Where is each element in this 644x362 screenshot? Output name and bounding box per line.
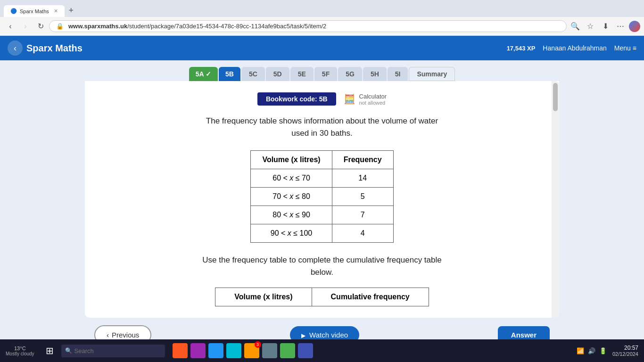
app-icon-2[interactable] (190, 343, 206, 358)
header-right: 17,543 XP Hanaan Abdulrahman Menu ≡ (507, 44, 636, 52)
star-icon[interactable]: ☆ (584, 20, 597, 33)
sparx-header: ‹ Sparx Maths 17,543 XP Hanaan Abdulrahm… (0, 36, 644, 60)
table-row: 60 < x ≤ 70 14 (251, 169, 393, 188)
tab-summary[interactable]: Summary (409, 67, 455, 81)
table-row: 70 < x ≤ 80 5 (251, 188, 393, 206)
taskbar-search-icon: 🔍 (65, 347, 72, 354)
calculator-icon: 🧮 (344, 93, 355, 105)
cum-col1-header: Volume (x litres) (215, 288, 312, 306)
back-button[interactable]: ‹ (4, 20, 17, 33)
freq-2: 5 (332, 188, 393, 206)
sparx-logo: Sparx Maths (26, 43, 507, 54)
instruction-text: Use the frequency table to complete the … (104, 254, 540, 278)
tab-5C[interactable]: 5C (241, 67, 265, 81)
app-icon-5[interactable]: 3 (244, 343, 259, 358)
calculator-not-allowed: not allowed (359, 100, 387, 106)
forward-button[interactable]: › (19, 20, 32, 33)
taskbar-left: 13°C Mostly cloudy ⊞ 🔍 3 (6, 343, 313, 358)
app-icon-6[interactable] (262, 343, 277, 358)
freq-4: 4 (332, 224, 393, 243)
chevron-left-icon (107, 331, 109, 339)
instruction-line2: below. (104, 266, 540, 279)
url-path: /student/package/7a03de15-4534-478c-89cc… (127, 23, 326, 30)
previous-label: Previous (112, 331, 139, 339)
xp-display: 17,543 XP (507, 45, 536, 52)
tab-5G[interactable]: 5G (338, 67, 362, 81)
battery-icon: 🔋 (599, 347, 607, 354)
app-icon-7[interactable] (280, 343, 295, 358)
taskbar-right: 📶 🔊 🔋 20:57 02/12/2024 (577, 345, 638, 357)
windows-button[interactable]: ⊞ (42, 343, 58, 358)
calculator-text: Calculator not allowed (359, 93, 387, 106)
freq-col2-header: Frequency (332, 151, 393, 169)
cumulative-table: Volume (x litres) Cumulative frequency (215, 288, 429, 306)
tab-5D[interactable]: 5D (266, 67, 289, 81)
cum-col2-header: Cumulative frequency (312, 288, 429, 306)
table-row: 80 < x ≤ 90 7 (251, 206, 393, 224)
question-text: The frequency table shows information ab… (104, 115, 540, 139)
taskbar-app-icons: 3 (173, 343, 313, 358)
url-domain: www.sparxmaths.uk (68, 23, 127, 30)
taskbar-search-container[interactable]: 🔍 (61, 345, 165, 357)
question-line1: The frequency table shows information ab… (104, 115, 540, 127)
play-icon (301, 331, 305, 339)
notification-badge: 3 (255, 341, 261, 348)
url-display: www.sparxmaths.uk/student/package/7a03de… (68, 23, 326, 30)
freq-col1-header: Volume (x litres) (251, 151, 332, 169)
hamburger-icon: ≡ (633, 44, 636, 52)
range-4: 90 < x ≤ 100 (251, 224, 332, 243)
tab-5A[interactable]: 5A ✓ (189, 67, 218, 81)
frequency-table: Volume (x litres) Frequency 60 < x ≤ 70 … (250, 150, 393, 243)
weather-widget: 13°C Mostly cloudy (6, 346, 34, 356)
clock-display: 20:57 02/12/2024 (612, 345, 638, 357)
app-icon-3[interactable] (208, 343, 223, 358)
system-tray-icons: 📶 🔊 🔋 (577, 347, 607, 354)
taskbar: 13°C Mostly cloudy ⊞ 🔍 3 📶 🔊 🔋 (0, 339, 644, 362)
weather-condition: Mostly cloudy (6, 351, 34, 356)
new-tab-button[interactable]: + (65, 4, 78, 17)
address-bar[interactable]: 🔒 www.sparxmaths.uk/student/package/7a03… (49, 20, 567, 32)
app-icon-8[interactable] (298, 343, 313, 358)
range-2: 70 < x ≤ 80 (251, 188, 332, 206)
range-3: 80 < x ≤ 90 (251, 206, 332, 224)
refresh-button[interactable]: ↻ (34, 20, 47, 33)
taskbar-search-input[interactable] (61, 345, 165, 357)
table-row: 90 < x ≤ 100 4 (251, 224, 393, 243)
clock-time: 20:57 (612, 345, 638, 351)
menu-label: Menu (614, 44, 631, 52)
active-browser-tab[interactable]: 🔵 Sparx Maths ✕ (4, 5, 65, 17)
tab-5H[interactable]: 5H (363, 67, 387, 81)
volume-icon: 🔊 (588, 347, 595, 354)
watch-video-label: Watch video (309, 331, 348, 339)
network-icon: 📶 (577, 347, 584, 354)
calculator-status: 🧮 Calculator not allowed (344, 93, 387, 106)
lock-icon: 🔒 (56, 23, 64, 30)
temperature: 13°C (14, 346, 26, 351)
scrollbar-thumb[interactable] (553, 83, 558, 111)
content-area: 5A ✓ 5B 5C 5D 5E 5F 5G 5H 5I Summary Boo… (0, 60, 644, 356)
range-1: 60 < x ≤ 70 (251, 169, 332, 188)
freq-3: 7 (332, 206, 393, 224)
tab-5E[interactable]: 5E (290, 67, 314, 81)
search-icon[interactable]: 🔍 (569, 20, 582, 33)
clock-date: 02/12/2024 (612, 351, 638, 357)
app-icon-1[interactable] (173, 343, 188, 358)
app-icon-4[interactable] (226, 343, 241, 358)
bookwork-badge: Bookwork code: 5B (257, 92, 336, 106)
browser-nav-bar: ‹ › ↻ 🔒 www.sparxmaths.uk/student/packag… (0, 17, 644, 36)
instruction-line1: Use the frequency table to complete the … (104, 254, 540, 266)
profile-avatar[interactable] (629, 21, 640, 32)
calculator-label: Calculator (359, 93, 387, 100)
username-display: Hanaan Abdulrahman (543, 44, 606, 52)
tab-5B[interactable]: 5B (219, 67, 240, 81)
tab-5I[interactable]: 5I (388, 67, 408, 81)
download-icon[interactable]: ⬇ (599, 20, 612, 33)
bookwork-section: Bookwork code: 5B 🧮 Calculator not allow… (104, 92, 540, 106)
answer-label: Answer (511, 331, 537, 339)
tab-5F[interactable]: 5F (314, 67, 337, 81)
menu-icon[interactable]: ⋯ (614, 20, 627, 33)
menu-button[interactable]: Menu ≡ (614, 44, 636, 52)
back-nav-button[interactable]: ‹ (8, 41, 23, 56)
question-card: Bookwork code: 5B 🧮 Calculator not allow… (85, 81, 559, 318)
scrollbar[interactable] (552, 81, 559, 318)
